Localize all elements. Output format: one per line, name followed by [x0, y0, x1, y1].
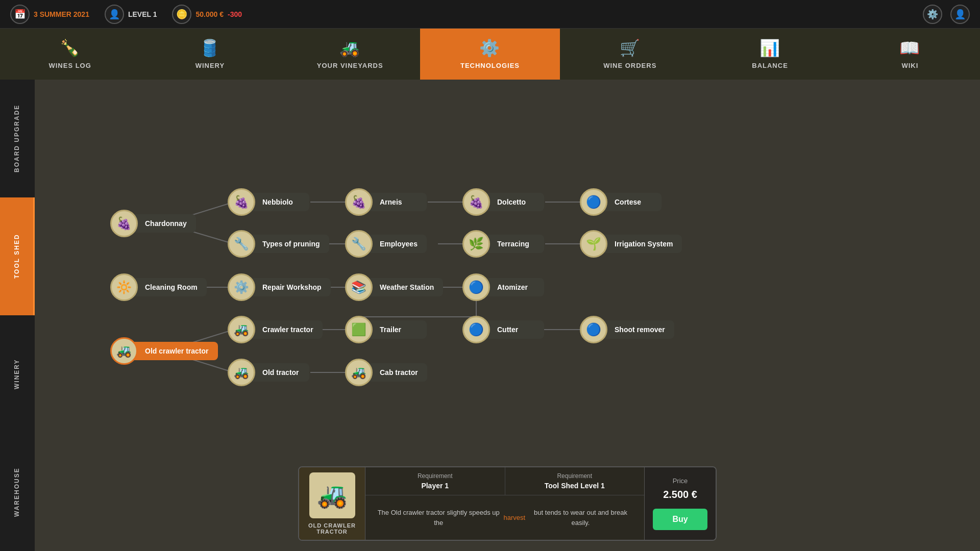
tech-node-chardonnay[interactable]: 🍇Chardonnay	[110, 210, 196, 237]
nav-winery[interactable]: 🛢️ WINERY	[140, 29, 280, 80]
sidebar-item-tool-shed[interactable]: TOOL SHED	[0, 197, 35, 315]
sidebar-warehouse-label: WAREHOUSE	[13, 467, 20, 517]
tech-node-arneis[interactable]: 🍇Arneis	[345, 188, 427, 216]
tech-node-label-crawler-tractor: Crawler tractor	[248, 320, 323, 339]
tech-node-cab-tractor[interactable]: 🚜Cab tractor	[345, 359, 427, 386]
tech-node-label-types-of-pruning: Types of pruning	[248, 235, 329, 253]
calendar-icon[interactable]: 📅	[10, 5, 30, 24]
tech-node-irrigation-system[interactable]: 🌱Irrigation System	[580, 230, 682, 258]
tech-node-dolcetto[interactable]: 🍇Dolcetto	[462, 188, 544, 216]
sidebar-board-upgrade-label: BOARD UPGRADE	[13, 105, 20, 172]
tech-node-label-cleaning-room: Cleaning Room	[131, 278, 207, 296]
tech-node-icon-terracing: 🌿	[462, 230, 490, 258]
nav-balance[interactable]: 📊 BALANCE	[700, 29, 840, 80]
tech-node-cortese[interactable]: 🔵Cortese	[580, 188, 662, 216]
nav-vineyards-label: YOUR VINEYARDS	[317, 62, 383, 69]
detail-image-label: OLD CRAWLER TRACTOR	[304, 522, 360, 535]
tech-node-label-dolcetto: Dolcetto	[483, 193, 544, 211]
tech-node-icon-irrigation-system: 🌱	[580, 230, 607, 258]
tech-node-label-cab-tractor: Cab tractor	[365, 363, 427, 382]
tech-node-label-cutter: Cutter	[483, 320, 544, 339]
tech-node-weather-station[interactable]: 📚Weather Station	[345, 273, 443, 301]
tech-node-nebbiolo[interactable]: 🍇Nebbiolo	[228, 188, 309, 216]
nav-technologies-label: TECHNOLOGIES	[460, 62, 520, 69]
tech-node-employees[interactable]: 🔧Employees	[345, 230, 427, 258]
sidebar-winery-label: WINERY	[13, 359, 20, 390]
detail-req1-value: Player 1	[374, 482, 497, 490]
main-content: BOARD UPGRADE TOOL SHED WINERY WAREHOUSE	[0, 80, 980, 551]
money-item: 🪙 50.000 € -300	[172, 5, 242, 24]
sidebar-tool-shed-label: TOOL SHED	[13, 234, 20, 279]
money-delta: -300	[228, 10, 242, 18]
detail-highlight: harvest	[503, 513, 525, 523]
tech-node-crawler-tractor[interactable]: 🚜Crawler tractor	[228, 316, 323, 343]
level-item: 👤 LEVEL 1	[105, 5, 157, 24]
date-label: 3 SUMMER 2021	[34, 10, 89, 18]
tech-node-icon-crawler-tractor: 🚜	[228, 316, 255, 343]
tech-node-trailer[interactable]: 🟩Trailer	[345, 316, 427, 343]
detail-desc-after: but tends to wear out and break easily.	[525, 508, 636, 528]
sidebar-item-warehouse[interactable]: WAREHOUSE	[0, 433, 35, 551]
wine-orders-icon: 🛒	[620, 38, 641, 58]
detail-req-row: Requirement Player 1 Requirement Tool Sh…	[365, 467, 644, 495]
tech-node-old-crawler-tractor[interactable]: 🚜Old crawler tractor	[110, 337, 218, 365]
tech-node-icon-chardonnay: 🍇	[110, 210, 138, 237]
nav-wiki[interactable]: 📖 WIKI	[840, 29, 980, 80]
detail-price-value: 2.500 €	[663, 489, 697, 500]
nav-wine-orders[interactable]: 🛒 WINE ORDERS	[560, 29, 700, 80]
tech-node-label-terracing: Terracing	[483, 235, 544, 253]
detail-price-label: Price	[673, 477, 688, 485]
top-bar-right: ⚙️ 👤	[923, 5, 970, 24]
tech-node-label-irrigation-system: Irrigation System	[600, 235, 682, 253]
tech-node-icon-atomizer: 🔵	[462, 273, 490, 301]
tech-node-cutter[interactable]: 🔵Cutter	[462, 316, 544, 343]
tech-node-types-of-pruning[interactable]: 🔧Types of pruning	[228, 230, 329, 258]
level-label: LEVEL 1	[128, 10, 157, 18]
level-icon[interactable]: 👤	[105, 5, 124, 24]
tech-node-icon-cleaning-room: 🔆	[110, 273, 138, 301]
wiki-icon: 📖	[899, 38, 920, 58]
tech-node-icon-arneis: 🍇	[345, 188, 373, 216]
tech-node-icon-dolcetto: 🍇	[462, 188, 490, 216]
wines-log-icon: 🍾	[60, 38, 81, 58]
tech-node-icon-repair-workshop: ⚙️	[228, 273, 255, 301]
tech-node-icon-cab-tractor: 🚜	[345, 359, 373, 386]
detail-price: Price 2.500 € Buy	[644, 467, 716, 540]
tech-node-shoot-remover[interactable]: 🔵Shoot remover	[580, 316, 674, 343]
tech-node-cleaning-room[interactable]: 🔆Cleaning Room	[110, 273, 207, 301]
tech-node-icon-cutter: 🔵	[462, 316, 490, 343]
nav-your-vineyards[interactable]: 🚜 YOUR VINEYARDS	[280, 29, 420, 80]
tech-node-icon-shoot-remover: 🔵	[580, 316, 607, 343]
nav-wines-log-label: WINES LOG	[48, 62, 91, 69]
vineyards-icon: 🚜	[339, 38, 360, 58]
detail-req2: Requirement Tool Shed Level 1	[505, 467, 645, 495]
nav-technologies[interactable]: ⚙️ TECHNOLOGIES	[420, 29, 560, 80]
sidebar-item-board-upgrade[interactable]: BOARD UPGRADE	[0, 80, 35, 197]
nav-winery-label: WINERY	[195, 62, 225, 69]
technologies-icon: ⚙️	[479, 38, 500, 58]
top-bar-left: 📅 3 SUMMER 2021 👤 LEVEL 1 🪙 50.000 € -30…	[10, 5, 242, 24]
nav-wines-log[interactable]: 🍾 WINES LOG	[0, 29, 140, 80]
tech-node-label-cortese: Cortese	[600, 193, 662, 211]
tech-node-repair-workshop[interactable]: ⚙️Repair Workshop	[228, 273, 331, 301]
tech-node-atomizer[interactable]: 🔵Atomizer	[462, 273, 544, 301]
tech-node-label-nebbiolo: Nebbiolo	[248, 193, 309, 211]
top-bar: 📅 3 SUMMER 2021 👤 LEVEL 1 🪙 50.000 € -30…	[0, 0, 980, 29]
tech-node-icon-trailer: 🟩	[345, 316, 373, 343]
money-icon[interactable]: 🪙	[172, 5, 191, 24]
money-value: 50.000 €	[195, 10, 224, 18]
settings-icon[interactable]: ⚙️	[923, 5, 942, 24]
buy-button[interactable]: Buy	[653, 509, 707, 530]
tech-node-label-arneis: Arneis	[365, 193, 427, 211]
profile-icon[interactable]: 👤	[950, 5, 970, 24]
sidebar-item-winery[interactable]: WINERY	[0, 315, 35, 433]
tech-node-label-chardonnay: Chardonnay	[131, 214, 196, 233]
tech-node-label-weather-station: Weather Station	[365, 278, 443, 296]
tech-node-terracing[interactable]: 🌿Terracing	[462, 230, 544, 258]
sidebar: BOARD UPGRADE TOOL SHED WINERY WAREHOUSE	[0, 80, 35, 551]
tech-node-label-shoot-remover: Shoot remover	[600, 320, 674, 339]
tech-node-icon-old-crawler-tractor: 🚜	[110, 337, 138, 365]
detail-desc-before: The Old crawler tractor slightly speeds …	[374, 508, 503, 528]
tech-node-old-tractor[interactable]: 🚜Old tractor	[228, 359, 309, 386]
detail-image: 🚜 OLD CRAWLER TRACTOR	[299, 467, 365, 540]
